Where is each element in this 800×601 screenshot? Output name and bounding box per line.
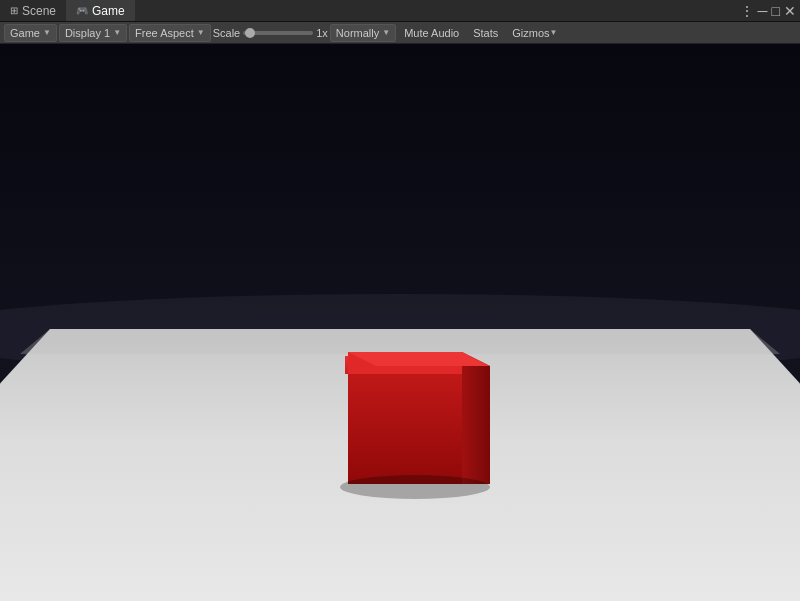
window-controls: ⋮ ─ □ ✕ xyxy=(740,3,800,19)
svg-rect-7 xyxy=(348,374,462,484)
scale-container: Scale 1x xyxy=(213,27,328,39)
scale-value: 1x xyxy=(316,27,328,39)
stats-label: Stats xyxy=(473,27,498,39)
svg-marker-3 xyxy=(20,329,780,354)
mute-audio-label: Mute Audio xyxy=(404,27,459,39)
close-icon[interactable]: ✕ xyxy=(784,3,796,19)
maximize-icon[interactable]: □ xyxy=(772,3,780,19)
normally-dropdown[interactable]: Normally ▼ xyxy=(330,24,396,42)
display-label: Display 1 xyxy=(65,27,110,39)
scale-slider[interactable] xyxy=(243,31,313,35)
more-icon[interactable]: ⋮ xyxy=(740,3,754,19)
minimize-icon[interactable]: ─ xyxy=(758,3,768,19)
normally-label: Normally xyxy=(336,27,379,39)
scene-icon: ⊞ xyxy=(10,5,18,16)
game-toolbar: Game ▼ Display 1 ▼ Free Aspect ▼ Scale 1… xyxy=(0,22,800,44)
game-dropdown-label: Game xyxy=(10,27,40,39)
aspect-label: Free Aspect xyxy=(135,27,194,39)
gizmos-button[interactable]: Gizmos ▼ xyxy=(506,24,563,42)
tab-scene-label: Scene xyxy=(22,4,56,18)
game-dropdown-arrow: ▼ xyxy=(43,28,51,37)
normally-dropdown-arrow: ▼ xyxy=(382,28,390,37)
scale-thumb xyxy=(245,28,255,38)
tab-game[interactable]: 🎮 Game xyxy=(66,0,135,21)
svg-marker-8 xyxy=(462,352,490,484)
tab-bar: ⊞ Scene 🎮 Game ⋮ ─ □ ✕ xyxy=(0,0,800,22)
display-dropdown-arrow: ▼ xyxy=(113,28,121,37)
scale-label: Scale xyxy=(213,27,241,39)
tab-scene[interactable]: ⊞ Scene xyxy=(0,0,66,21)
stats-button[interactable]: Stats xyxy=(467,24,504,42)
display-dropdown[interactable]: Display 1 ▼ xyxy=(59,24,127,42)
tab-game-label: Game xyxy=(92,4,125,18)
gizmos-dropdown-arrow: ▼ xyxy=(550,28,558,37)
game-viewport xyxy=(0,44,800,601)
scene-svg xyxy=(0,44,800,601)
aspect-dropdown[interactable]: Free Aspect ▼ xyxy=(129,24,211,42)
svg-point-10 xyxy=(340,475,490,499)
aspect-dropdown-arrow: ▼ xyxy=(197,28,205,37)
gizmos-label: Gizmos xyxy=(512,27,549,39)
mute-audio-button[interactable]: Mute Audio xyxy=(398,24,465,42)
game-icon: 🎮 xyxy=(76,5,88,16)
game-dropdown[interactable]: Game ▼ xyxy=(4,24,57,42)
